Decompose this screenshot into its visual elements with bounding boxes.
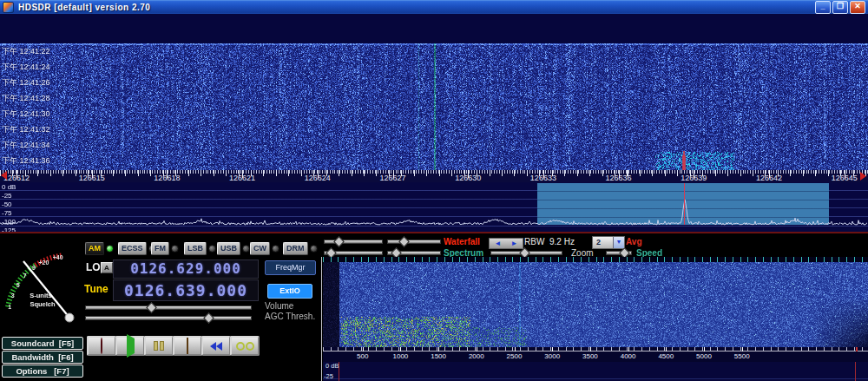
zoom-axis-label: 500 <box>357 352 368 360</box>
lo-frequency-display[interactable]: 0126.629.000 <box>113 259 259 279</box>
zoom-axis-label: 1500 <box>431 352 446 360</box>
mode-cell: CW <box>250 242 279 254</box>
mode-led-icon <box>208 245 216 253</box>
volume-slider[interactable] <box>85 304 252 311</box>
zoom-axis-label: 2500 <box>507 352 523 360</box>
frequency-ruler[interactable]: 1266121266151266181266211266241266271266… <box>0 170 868 183</box>
waterfall-timestamp: 下午 12:41:36 <box>2 156 50 165</box>
window-title: HDSDR [default] version 2.70 <box>18 3 150 12</box>
tune-frequency-display[interactable]: 0126.639.000 <box>113 279 259 301</box>
mode-led-icon <box>171 245 179 253</box>
pause-icon <box>154 341 164 351</box>
mode-button-ecss[interactable]: ECSS <box>118 242 147 255</box>
zoom-panel-border <box>321 257 322 381</box>
avg-select-value: 2 <box>596 238 601 246</box>
hdsdr-window: HDSDR [default] version 2.70 _ ❐ ✕ 12661… <box>0 0 868 381</box>
restore-button[interactable]: ❐ <box>832 1 848 14</box>
transport-stop-button[interactable] <box>173 336 202 356</box>
freqmgr-button[interactable]: FreqMgr <box>265 260 316 275</box>
zoom-spectrum-panel[interactable]: 0 dB-25 <box>323 362 868 381</box>
smeter-scale-label: 1 <box>8 304 11 310</box>
smeter-scale-label: 7 <box>23 273 27 279</box>
ruler-scroll-right-icon[interactable] <box>860 172 866 181</box>
zoom-axis-label: 2000 <box>469 352 484 360</box>
mode-button-am[interactable]: AM <box>85 242 104 255</box>
zoom-axis-tick <box>742 347 743 351</box>
record-icon <box>101 338 102 354</box>
spinner-left-icon[interactable]: ◄ <box>495 240 502 247</box>
spectrum-panel[interactable]: 0 dB-25-50-75-100-125 <box>0 182 868 232</box>
zoom-axis-tick <box>438 347 439 351</box>
mode-button-drm[interactable]: DRM <box>283 242 308 255</box>
spectrum-upper-slider[interactable] <box>324 249 383 256</box>
transport-pause-button[interactable] <box>144 336 174 356</box>
transport-play-button[interactable] <box>115 336 145 356</box>
ruler-frequency-label: 126624 <box>305 174 331 182</box>
lo-band-button[interactable]: A <box>101 262 113 273</box>
avg-select[interactable]: 2 ▼ <box>592 236 625 249</box>
waterfall-timestamp: 下午 12:41:32 <box>2 125 50 134</box>
main-waterfall[interactable] <box>0 43 868 170</box>
zoom-axis-tick <box>666 347 667 351</box>
zoom-spectrum-db-label: -25 <box>324 373 333 380</box>
ruler-frequency-label: 126645 <box>832 174 858 182</box>
zoom-axis-tick <box>515 347 516 351</box>
ruler-frequency-label: 126636 <box>606 174 632 182</box>
titlebar[interactable]: HDSDR [default] version 2.70 _ ❐ ✕ <box>0 0 868 14</box>
ruler-frequency-label: 126630 <box>455 174 481 182</box>
transport-loop-button[interactable] <box>230 336 260 356</box>
waterfall-timestamp: 下午 12:41:24 <box>2 62 50 71</box>
waterfall-timestamp: 下午 12:41:22 <box>2 47 50 56</box>
mode-button-cw[interactable]: CW <box>250 242 270 255</box>
agc-threshold-slider[interactable] <box>85 314 252 321</box>
zoom-axis-label: 4500 <box>658 352 674 360</box>
mode-cell: AM <box>85 242 114 254</box>
waterfall-lower-slider[interactable] <box>387 238 441 245</box>
chevron-down-icon[interactable]: ▼ <box>613 237 624 248</box>
mode-button-lsb[interactable]: LSB <box>184 242 207 255</box>
ruler-scroll-left-icon[interactable] <box>1 171 7 180</box>
mode-led-icon <box>272 245 279 253</box>
waterfall-timestamp: 下午 12:41:34 <box>2 141 50 149</box>
rbw-label: RBW <box>524 237 544 246</box>
extio-button[interactable]: ExtIO <box>267 284 312 299</box>
upper-spectrum-panel[interactable] <box>0 14 868 43</box>
tune-marker-line <box>684 183 685 225</box>
mode-cell: LSB <box>184 242 216 254</box>
mode-button-usb[interactable]: USB <box>217 242 240 255</box>
ruler-frequency-label: 126612 <box>3 174 30 182</box>
volume-label: Volume <box>265 301 293 311</box>
close-button[interactable]: ✕ <box>850 1 865 14</box>
transport-rewind-button[interactable] <box>201 336 231 356</box>
tune-label: Tune <box>84 283 108 295</box>
app-icon <box>3 2 14 13</box>
spinner-right-icon[interactable]: ► <box>511 240 518 247</box>
stop-icon <box>187 338 188 354</box>
menu-button-soundcard[interactable]: Soundcard [F5] <box>2 337 83 350</box>
mode-button-fm[interactable]: FM <box>151 242 169 255</box>
tune-marker-waterfall <box>683 151 685 170</box>
mode-led-icon <box>310 245 318 253</box>
zoom-axis-tick <box>590 347 591 351</box>
minimize-button[interactable]: _ <box>815 1 831 14</box>
zoom-waterfall[interactable] <box>323 262 868 347</box>
smeter-caption-2: Squelch <box>30 300 56 308</box>
waterfall-timestamp: 下午 12:41:28 <box>2 94 50 102</box>
spectrum-lower-slider[interactable] <box>387 249 441 256</box>
zoom-frequency-axis[interactable]: 5001000150020002500300035004000450050005… <box>323 347 868 362</box>
zoom-axis-tick <box>552 347 553 351</box>
spectrum-db-label: 0 dB <box>2 183 16 191</box>
waterfall-upper-slider[interactable] <box>324 238 383 245</box>
speed-slider[interactable] <box>606 249 632 256</box>
rbw-spinner[interactable]: ◄► <box>489 238 523 249</box>
menu-button-bandwidth[interactable]: Bandwidth [F6] <box>2 351 83 364</box>
menu-button-options[interactable]: Options [F7] <box>2 365 83 378</box>
zoom-slider[interactable] <box>490 249 562 256</box>
smeter-scale-label: 3 <box>11 292 15 299</box>
zoom-axis-label: 3000 <box>544 352 560 360</box>
avg-label: Avg <box>626 237 642 246</box>
spectrum-db-label: -25 <box>2 192 12 200</box>
separator <box>0 232 868 233</box>
transport-record-button[interactable] <box>87 336 116 356</box>
zoom-axis-tick <box>363 347 364 351</box>
